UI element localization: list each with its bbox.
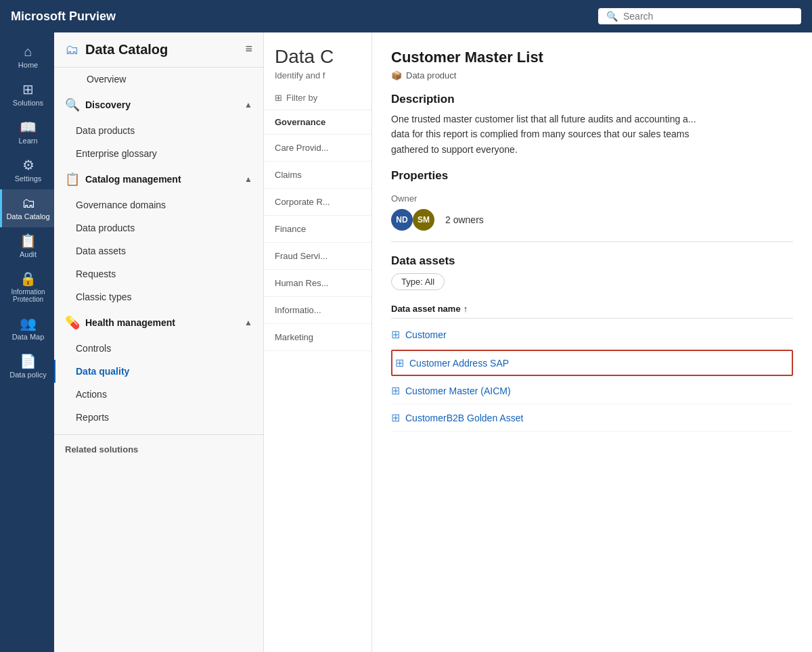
- hamburger-icon[interactable]: ≡: [245, 42, 252, 56]
- catalog-management-chevron-icon: ▲: [244, 174, 252, 184]
- table-icon-customer-master-aicm: ⊞: [391, 384, 400, 397]
- filter-bar[interactable]: ⊞ Filter by: [264, 86, 371, 110]
- properties-section: Owner ND SM 2 owners: [391, 193, 793, 231]
- data-policy-label: Data policy: [9, 371, 46, 379]
- asset-link-customerb2b-golden[interactable]: CustomerB2B Golden Asset: [405, 413, 523, 423]
- health-management-icon: 💊: [65, 315, 80, 330]
- filter-label: Filter by: [286, 93, 317, 103]
- description-section-title: Description: [391, 93, 793, 106]
- divider: [391, 241, 793, 242]
- home-icon: ⌂: [24, 45, 32, 58]
- search-box[interactable]: 🔍: [598, 8, 801, 24]
- sidebar-item-requests[interactable]: Requests: [54, 262, 263, 285]
- list-item-human-resources[interactable]: Human Res...: [264, 270, 371, 297]
- list-item-care-provider[interactable]: Care Provid...: [264, 135, 371, 162]
- catalog-list-title: Data C: [275, 46, 361, 68]
- sidebar-item-data-catalog[interactable]: 🗂 Data Catalog: [0, 189, 54, 227]
- data-catalog-sidebar-icon: 🗂: [65, 42, 78, 57]
- sidebar-item-overview[interactable]: Overview: [54, 68, 263, 91]
- catalog-list-header: Data C Identify and f: [264, 32, 371, 86]
- search-input[interactable]: [623, 11, 793, 22]
- audit-label: Audit: [20, 250, 37, 258]
- solutions-icon: ⊞: [22, 83, 34, 96]
- data-policy-icon: 📄: [20, 354, 37, 368]
- health-management-chevron-icon: ▲: [244, 318, 252, 327]
- owner-label: Owner: [391, 193, 793, 204]
- content-area: Data C Identify and f ⊞ Filter by Govern…: [264, 32, 812, 652]
- discovery-section-label: Discovery: [85, 99, 131, 110]
- sidebar-item-controls[interactable]: Controls: [54, 337, 263, 360]
- catalog-list-panel: Data C Identify and f ⊞ Filter by Govern…: [264, 32, 372, 652]
- table-icon-customer-address-sap: ⊞: [395, 356, 404, 369]
- detail-panel: Customer Master List 📦 Data product Desc…: [372, 32, 812, 652]
- asset-link-customer-address-sap[interactable]: Customer Address SAP: [409, 358, 509, 369]
- search-icon: 🔍: [606, 11, 618, 22]
- asset-row-customer[interactable]: ⊞ Customer: [391, 321, 793, 348]
- sidebar-item-governance-domains[interactable]: Governance domains: [54, 193, 263, 216]
- list-item-finance[interactable]: Finance: [264, 216, 371, 243]
- sidebar-item-data-map[interactable]: 👥 Data Map: [0, 310, 54, 348]
- discovery-chevron-icon: ▲: [244, 100, 252, 110]
- detail-type-icon: 📦: [391, 70, 402, 80]
- asset-name-header: Data asset name: [391, 304, 461, 314]
- sidebar-section-health-management[interactable]: 💊 Health management ▲: [54, 308, 263, 337]
- main-layout: ⌂ Home ⊞ Solutions 📖 Learn ⚙ Settings 🗂 …: [0, 32, 812, 652]
- icon-nav: ⌂ Home ⊞ Solutions 📖 Learn ⚙ Settings 🗂 …: [0, 32, 54, 652]
- sidebar: 🗂 Data Catalog ≡ Overview 🔍 Discovery ▲ …: [54, 32, 264, 652]
- detail-type-badge: 📦 Data product: [391, 70, 793, 80]
- avatar-nd: ND: [391, 209, 413, 231]
- data-catalog-label: Data Catalog: [6, 212, 49, 220]
- sidebar-item-data-products-cm[interactable]: Data products: [54, 216, 263, 239]
- sidebar-header: 🗂 Data Catalog: [54, 32, 263, 68]
- sidebar-item-data-assets[interactable]: Data assets: [54, 239, 263, 262]
- sidebar-item-actions[interactable]: Actions: [54, 383, 263, 406]
- filter-icon: ⊞: [275, 93, 282, 103]
- list-item-fraud-services[interactable]: Fraud Servi...: [264, 243, 371, 270]
- asset-link-customer-master-aicm[interactable]: Customer Master (AICM): [405, 386, 511, 396]
- data-catalog-icon: 🗂: [22, 196, 35, 210]
- sidebar-item-settings[interactable]: ⚙ Settings: [0, 152, 54, 189]
- asset-row-customerb2b-golden[interactable]: ⊞ CustomerB2B Golden Asset: [391, 404, 793, 432]
- list-item-marketing[interactable]: Marketing: [264, 324, 371, 351]
- asset-link-customer[interactable]: Customer: [405, 329, 447, 340]
- topbar: Microsoft Purview 🔍: [0, 0, 812, 32]
- properties-section-title: Properties: [391, 169, 793, 183]
- solutions-label: Solutions: [13, 99, 43, 107]
- sidebar-title: Data Catalog: [85, 42, 168, 57]
- information-protection-label: Information Protection: [5, 288, 51, 303]
- sidebar-item-data-policy[interactable]: 📄 Data policy: [0, 348, 54, 386]
- sidebar-item-solutions[interactable]: ⊞ Solutions: [0, 76, 54, 114]
- audit-icon: 📋: [20, 234, 37, 248]
- health-management-label: Health management: [85, 317, 175, 328]
- list-item-claims[interactable]: Claims: [264, 162, 371, 189]
- learn-icon: 📖: [20, 120, 37, 134]
- sidebar-section-discovery[interactable]: 🔍 Discovery ▲: [54, 91, 263, 119]
- app-title: Microsoft Purview: [11, 9, 598, 24]
- data-map-icon: 👥: [20, 317, 37, 330]
- avatar-sm: SM: [413, 209, 434, 231]
- data-assets-title: Data assets: [391, 254, 793, 268]
- list-item-information[interactable]: Informatio...: [264, 297, 371, 324]
- asset-table-header: Data asset name ↑: [391, 300, 793, 319]
- settings-icon: ⚙: [22, 158, 35, 172]
- sidebar-section-catalog-management[interactable]: 📋 Catalog management ▲: [54, 165, 263, 193]
- sidebar-item-reports[interactable]: Reports: [54, 406, 263, 429]
- sidebar-item-information-protection[interactable]: 🔒 Information Protection: [0, 265, 54, 310]
- data-map-label: Data Map: [12, 333, 45, 341]
- sidebar-item-enterprise-glossary[interactable]: Enterprise glossary: [54, 142, 263, 165]
- sidebar-item-classic-types[interactable]: Classic types: [54, 285, 263, 308]
- sidebar-item-home[interactable]: ⌂ Home: [0, 38, 54, 76]
- list-item-corporate[interactable]: Corporate R...: [264, 189, 371, 216]
- asset-row-customer-master-aicm[interactable]: ⊞ Customer Master (AICM): [391, 377, 793, 404]
- type-filter-button[interactable]: Type: All: [391, 273, 445, 290]
- sidebar-item-learn[interactable]: 📖 Learn: [0, 114, 54, 152]
- table-icon-customerb2b-golden: ⊞: [391, 411, 400, 424]
- sidebar-item-audit[interactable]: 📋 Audit: [0, 227, 54, 265]
- sidebar-item-data-quality[interactable]: Data quality: [54, 360, 263, 383]
- sort-arrow: ↑: [464, 304, 468, 314]
- detail-title: Customer Master List: [391, 49, 793, 66]
- sidebar-item-data-products[interactable]: Data products: [54, 119, 263, 142]
- table-icon-customer: ⊞: [391, 328, 400, 341]
- asset-row-customer-address-sap[interactable]: ⊞ Customer Address SAP: [391, 350, 793, 376]
- learn-label: Learn: [18, 137, 37, 145]
